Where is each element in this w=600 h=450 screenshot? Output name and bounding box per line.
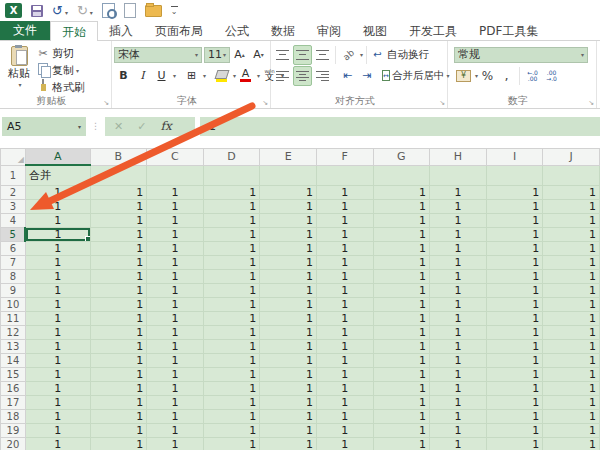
cell-D2[interactable]: 1 <box>203 185 260 199</box>
cell-H9[interactable]: 1 <box>430 283 487 297</box>
cell-E4[interactable]: 1 <box>260 213 317 227</box>
cell-F2[interactable]: 1 <box>316 185 373 199</box>
row-header-13[interactable]: 13 <box>1 339 26 353</box>
cell-I17[interactable]: 1 <box>486 395 543 409</box>
insert-function-icon[interactable]: fx <box>160 119 171 133</box>
cell-F20[interactable]: 1 <box>316 437 373 450</box>
cell-A2[interactable]: 1 <box>25 185 90 199</box>
cell-G16[interactable]: 1 <box>373 381 430 395</box>
cell-H17[interactable]: 1 <box>430 395 487 409</box>
cell-I16[interactable]: 1 <box>486 381 543 395</box>
cell-D3[interactable]: 1 <box>203 199 260 213</box>
cell-A15[interactable]: 1 <box>25 367 90 381</box>
cell-E13[interactable]: 1 <box>260 339 317 353</box>
cell-G8[interactable]: 1 <box>373 269 430 283</box>
cell-F10[interactable]: 1 <box>316 297 373 311</box>
cell-D7[interactable]: 1 <box>203 255 260 269</box>
cell-E15[interactable]: 1 <box>260 367 317 381</box>
cell-G14[interactable]: 1 <box>373 353 430 367</box>
cell-H14[interactable]: 1 <box>430 353 487 367</box>
cell-D15[interactable]: 1 <box>203 367 260 381</box>
cell-H19[interactable]: 1 <box>430 423 487 437</box>
shrink-font-button[interactable]: A▾ <box>250 46 267 64</box>
cell-J16[interactable]: 1 <box>543 381 600 395</box>
fill-handle[interactable] <box>85 236 91 242</box>
cell-J11[interactable]: 1 <box>543 311 600 325</box>
tab-home[interactable]: 开始 <box>50 21 98 41</box>
cell-I13[interactable]: 1 <box>486 339 543 353</box>
cell-C4[interactable]: 1 <box>147 213 204 227</box>
cell-E9[interactable]: 1 <box>260 283 317 297</box>
cell-D12[interactable]: 1 <box>203 325 260 339</box>
row-header-17[interactable]: 17 <box>1 395 26 409</box>
column-header-E[interactable]: E <box>260 149 317 166</box>
column-header-C[interactable]: C <box>147 149 204 166</box>
cell-F18[interactable]: 1 <box>316 409 373 423</box>
column-header-F[interactable]: F <box>316 149 373 166</box>
font-name-combobox[interactable]: 宋体▾ <box>114 47 202 63</box>
column-header-A[interactable]: A <box>25 149 90 166</box>
cell-F11[interactable]: 1 <box>316 311 373 325</box>
cell-C3[interactable]: 1 <box>147 199 204 213</box>
cell-C8[interactable]: 1 <box>147 269 204 283</box>
redo-button[interactable]: ↻▾ <box>77 4 93 18</box>
cell-C18[interactable]: 1 <box>147 409 204 423</box>
row-header-4[interactable]: 4 <box>1 213 26 227</box>
cell-I4[interactable]: 1 <box>486 213 543 227</box>
excel-logo-icon[interactable]: X <box>5 3 22 18</box>
cell-C20[interactable]: 1 <box>147 437 204 450</box>
cut-button[interactable]: ✂剪切 <box>36 45 85 61</box>
cell-I11[interactable]: 1 <box>486 311 543 325</box>
dialog-launcher-icon[interactable]: ↘ <box>588 99 594 107</box>
customize-toolbar-icon[interactable]: ⌄ <box>171 6 178 16</box>
cell-I9[interactable]: 1 <box>486 283 543 297</box>
row-header-5[interactable]: 5 <box>1 227 26 241</box>
cancel-icon[interactable]: ✕ <box>114 120 123 133</box>
cell-B1[interactable] <box>90 165 147 185</box>
cell-F9[interactable]: 1 <box>316 283 373 297</box>
cell-J5[interactable]: 1 <box>543 227 600 241</box>
drag-handle-icon[interactable]: ⋮ <box>91 121 100 131</box>
cell-I5[interactable]: 1 <box>486 227 543 241</box>
cell-D1[interactable] <box>203 165 260 185</box>
cell-D10[interactable]: 1 <box>203 297 260 311</box>
cell-I7[interactable]: 1 <box>486 255 543 269</box>
enter-icon[interactable]: ✓ <box>137 120 146 133</box>
row-header-8[interactable]: 8 <box>1 269 26 283</box>
cell-E17[interactable]: 1 <box>260 395 317 409</box>
cell-G20[interactable]: 1 <box>373 437 430 450</box>
cell-H11[interactable]: 1 <box>430 311 487 325</box>
row-header-18[interactable]: 18 <box>1 409 26 423</box>
row-header-9[interactable]: 9 <box>1 283 26 297</box>
formula-input[interactable]: 1 <box>200 117 600 136</box>
cell-E18[interactable]: 1 <box>260 409 317 423</box>
row-header-12[interactable]: 12 <box>1 325 26 339</box>
cell-B12[interactable]: 1 <box>90 325 147 339</box>
column-header-J[interactable]: J <box>543 149 600 166</box>
cell-C2[interactable]: 1 <box>147 185 204 199</box>
cell-G2[interactable]: 1 <box>373 185 430 199</box>
merge-center-label[interactable]: 合并后居中 <box>392 69 445 83</box>
cell-A10[interactable]: 1 <box>25 297 90 311</box>
cell-B2[interactable]: 1 <box>90 185 147 199</box>
cell-H10[interactable]: 1 <box>430 297 487 311</box>
cell-I10[interactable]: 1 <box>486 297 543 311</box>
cell-J17[interactable]: 1 <box>543 395 600 409</box>
cell-J13[interactable]: 1 <box>543 339 600 353</box>
cell-E8[interactable]: 1 <box>260 269 317 283</box>
decrease-indent-button[interactable]: ⇤ <box>339 67 356 85</box>
cell-H16[interactable]: 1 <box>430 381 487 395</box>
cell-C6[interactable]: 1 <box>147 241 204 255</box>
cell-B19[interactable]: 1 <box>90 423 147 437</box>
cell-A6[interactable]: 1 <box>25 241 90 255</box>
cell-B5[interactable]: 1 <box>90 227 147 241</box>
cell-B10[interactable]: 1 <box>90 297 147 311</box>
paste-button[interactable]: 粘贴 ▾ <box>2 44 36 95</box>
cell-G15[interactable]: 1 <box>373 367 430 381</box>
cell-H2[interactable]: 1 <box>430 185 487 199</box>
bold-button[interactable]: B <box>115 67 132 85</box>
cell-C14[interactable]: 1 <box>147 353 204 367</box>
tab-file[interactable]: 文件 <box>0 21 50 40</box>
save-icon[interactable] <box>31 5 43 17</box>
cell-E19[interactable]: 1 <box>260 423 317 437</box>
